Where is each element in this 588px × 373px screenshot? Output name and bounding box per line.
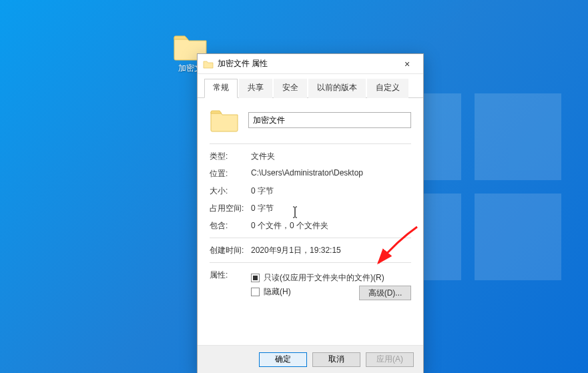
apply-button[interactable]: 应用(A) [366, 352, 414, 367]
tab-previous-versions[interactable]: 以前的版本 [308, 79, 366, 98]
advanced-button[interactable]: 高级(D)... [359, 286, 411, 300]
value-size: 0 字节 [251, 185, 411, 197]
dialog-footer: 确定 取消 应用(A) [198, 345, 423, 373]
label-location: 位置: [210, 168, 251, 179]
tab-sharing[interactable]: 共享 [239, 79, 272, 98]
cancel-button[interactable]: 取消 [312, 352, 360, 367]
value-type: 文件夹 [251, 151, 411, 162]
dialog-content: 类型: 文件夹 位置: C:\Users\Administrator\Deskt… [198, 98, 423, 345]
divider [210, 238, 411, 238]
tab-strip: 常规 共享 安全 以前的版本 自定义 [198, 74, 423, 98]
folder-icon [203, 59, 214, 69]
folder-icon [210, 107, 239, 133]
label-attributes: 属性: [210, 270, 251, 300]
value-contains: 0 个文件，0 个文件夹 [251, 220, 411, 232]
checkbox-icon [251, 274, 260, 282]
tab-general[interactable]: 常规 [204, 79, 238, 98]
close-button[interactable]: × [394, 55, 420, 73]
divider [210, 262, 411, 263]
checkbox-readonly[interactable]: 只读(仅应用于文件夹中的文件)(R) [251, 272, 411, 284]
divider [210, 143, 411, 144]
label-type: 类型: [210, 151, 251, 162]
label-size: 大小: [210, 185, 251, 197]
folder-name-input[interactable] [248, 112, 411, 128]
ok-button[interactable]: 确定 [259, 352, 307, 367]
checkbox-readonly-label: 只读(仅应用于文件夹中的文件)(R) [264, 272, 384, 284]
value-created: 2020年9月1日，19:32:15 [251, 245, 411, 256]
properties-dialog: 加密文件 属性 × 常规 共享 安全 以前的版本 自定义 类型: 文件夹 位置:… [197, 53, 424, 373]
value-location: C:\Users\Administrator\Desktop [251, 168, 411, 179]
tab-customize[interactable]: 自定义 [367, 79, 408, 98]
tab-security[interactable]: 安全 [274, 79, 307, 98]
label-created: 创建时间: [210, 245, 251, 256]
dialog-title: 加密文件 属性 [218, 58, 394, 69]
label-size-on-disk: 占用空间: [210, 203, 251, 214]
titlebar[interactable]: 加密文件 属性 × [198, 54, 423, 74]
value-size-on-disk: 0 字节 [251, 203, 411, 214]
label-contains: 包含: [210, 220, 251, 232]
